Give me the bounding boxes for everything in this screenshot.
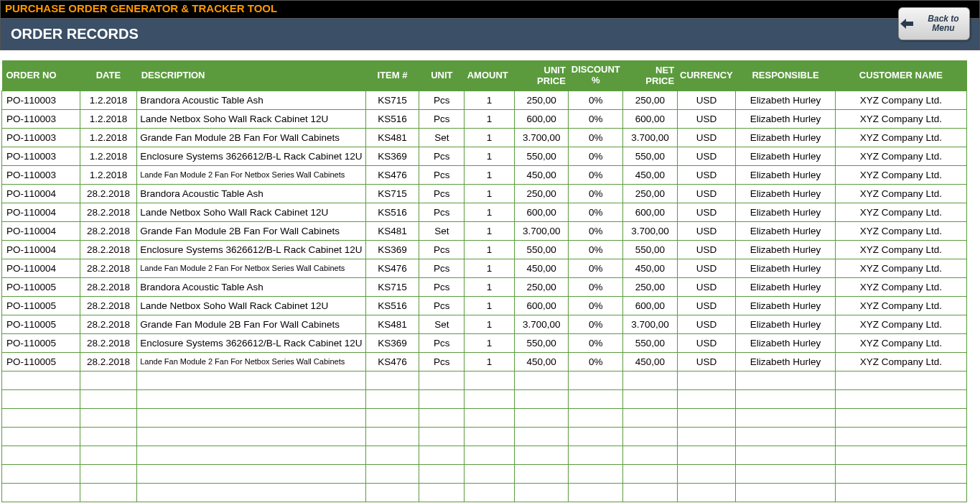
cell-desc: Lande Netbox Soho Wall Rack Cabinet 12U — [137, 296, 365, 315]
cell-discount: 0% — [569, 240, 623, 259]
col-header-netprice: NET PRICE — [623, 60, 677, 91]
cell-item: KS715 — [365, 277, 419, 296]
cell-discount: 0% — [569, 277, 623, 296]
cell-currency: USD — [677, 259, 736, 277]
cell-empty — [2, 464, 80, 483]
cell-unit: Pcs — [419, 240, 465, 259]
cell-customer: XYZ Company Ltd. — [835, 147, 966, 165]
cell-empty — [137, 389, 365, 408]
cell-unit: Pcs — [419, 203, 465, 221]
cell-customer: XYZ Company Ltd. — [835, 221, 966, 240]
table-row[interactable]: PO-11000428.2.2018Lande Netbox Soho Wall… — [2, 203, 967, 221]
table-row[interactable]: PO-11000428.2.2018Enclosure Systems 3626… — [2, 240, 967, 259]
cell-empty — [569, 446, 623, 464]
cell-desc: Lande Fan Module 2 Fan For Netbox Series… — [137, 165, 365, 184]
table-row[interactable]: PO-11000528.2.2018Enclosure Systems 3626… — [2, 333, 967, 352]
cell-empty — [465, 483, 515, 502]
cell-unitprice: 450,00 — [515, 259, 569, 277]
cell-discount: 0% — [569, 184, 623, 203]
cell-unit: Set — [419, 221, 465, 240]
cell-empty — [835, 408, 966, 427]
table-row[interactable]: PO-1100031.2.2018Lande Fan Module 2 Fan … — [2, 165, 967, 184]
cell-currency: USD — [677, 240, 736, 259]
table-row-empty[interactable] — [2, 446, 967, 464]
cell-amount: 1 — [465, 91, 515, 109]
table-row[interactable]: PO-11000528.2.2018Grande Fan Module 2B F… — [2, 315, 967, 333]
cell-discount: 0% — [569, 352, 623, 371]
cell-currency: USD — [677, 315, 736, 333]
cell-netprice: 550,00 — [623, 333, 677, 352]
cell-date: 28.2.2018 — [80, 259, 137, 277]
cell-item: KS481 — [365, 315, 419, 333]
table-row[interactable]: PO-11000428.2.2018Brandora Acoustic Tabl… — [2, 184, 967, 203]
cell-empty — [80, 389, 137, 408]
cell-customer: XYZ Company Ltd. — [835, 315, 966, 333]
cell-unitprice: 250,00 — [515, 277, 569, 296]
cell-date: 28.2.2018 — [80, 352, 137, 371]
table-row-empty[interactable] — [2, 371, 967, 389]
table-row[interactable]: PO-1100031.2.2018Lande Netbox Soho Wall … — [2, 109, 967, 128]
cell-order: PO-110005 — [2, 333, 80, 352]
table-row[interactable]: PO-1100031.2.2018Enclosure Systems 36266… — [2, 147, 967, 165]
table-row[interactable]: PO-1100031.2.2018Brandora Acoustic Table… — [2, 91, 967, 109]
cell-amount: 1 — [465, 147, 515, 165]
cell-unitprice: 600,00 — [515, 109, 569, 128]
cell-empty — [419, 446, 465, 464]
cell-responsible: Elizabeth Hurley — [736, 165, 836, 184]
col-header-discount: DISCOUNT % — [569, 60, 623, 91]
cell-netprice: 600,00 — [623, 296, 677, 315]
cell-item: KS516 — [365, 109, 419, 128]
col-header-date: DATE — [80, 60, 137, 91]
table-row[interactable]: PO-11000428.2.2018Grande Fan Module 2B F… — [2, 221, 967, 240]
cell-item: KS369 — [365, 240, 419, 259]
cell-order: PO-110005 — [2, 277, 80, 296]
table-row-empty[interactable] — [2, 389, 967, 408]
cell-unitprice: 550,00 — [515, 147, 569, 165]
page-header: ORDER RECORDS — [0, 19, 980, 50]
cell-currency: USD — [677, 109, 736, 128]
table-row[interactable]: PO-11000528.2.2018Lande Netbox Soho Wall… — [2, 296, 967, 315]
cell-empty — [736, 389, 836, 408]
cell-customer: XYZ Company Ltd. — [835, 91, 966, 109]
table-row-empty[interactable] — [2, 464, 967, 483]
cell-empty — [80, 446, 137, 464]
cell-amount: 1 — [465, 352, 515, 371]
back-to-menu-button[interactable]: Back to Menu — [898, 7, 970, 40]
cell-responsible: Elizabeth Hurley — [736, 352, 836, 371]
cell-unitprice: 450,00 — [515, 352, 569, 371]
cell-netprice: 450,00 — [623, 165, 677, 184]
table-row[interactable]: PO-11000528.2.2018Lande Fan Module 2 Fan… — [2, 352, 967, 371]
cell-empty — [515, 371, 569, 389]
cell-empty — [465, 427, 515, 446]
table-row-empty[interactable] — [2, 483, 967, 502]
cell-empty — [2, 371, 80, 389]
cell-order: PO-110003 — [2, 128, 80, 147]
cell-empty — [623, 389, 677, 408]
cell-empty — [515, 464, 569, 483]
cell-order: PO-110004 — [2, 221, 80, 240]
cell-discount: 0% — [569, 221, 623, 240]
cell-order: PO-110003 — [2, 109, 80, 128]
cell-item: KS476 — [365, 259, 419, 277]
table-row-empty[interactable] — [2, 408, 967, 427]
table-row[interactable]: PO-11000528.2.2018Brandora Acoustic Tabl… — [2, 277, 967, 296]
cell-desc: Grande Fan Module 2B Fan For Wall Cabine… — [137, 221, 365, 240]
cell-currency: USD — [677, 128, 736, 147]
col-header-unit: UNIT — [419, 60, 465, 91]
table-row[interactable]: PO-1100031.2.2018Grande Fan Module 2B Fa… — [2, 128, 967, 147]
cell-empty — [2, 483, 80, 502]
cell-empty — [515, 389, 569, 408]
cell-currency: USD — [677, 184, 736, 203]
cell-empty — [80, 464, 137, 483]
cell-empty — [365, 408, 419, 427]
table-row[interactable]: PO-11000428.2.2018Lande Fan Module 2 Fan… — [2, 259, 967, 277]
cell-empty — [736, 427, 836, 446]
cell-unit: Pcs — [419, 352, 465, 371]
cell-empty — [2, 427, 80, 446]
cell-empty — [80, 483, 137, 502]
cell-unit: Pcs — [419, 91, 465, 109]
cell-discount: 0% — [569, 315, 623, 333]
cell-date: 28.2.2018 — [80, 240, 137, 259]
cell-amount: 1 — [465, 259, 515, 277]
table-row-empty[interactable] — [2, 427, 967, 446]
